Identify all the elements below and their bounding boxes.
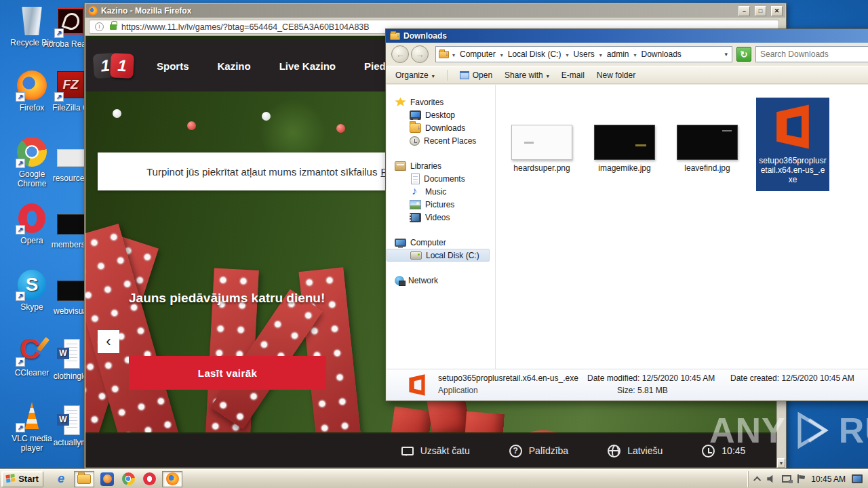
volume-icon[interactable]: [767, 475, 776, 483]
breadcrumb[interactable]: Computer Local Disk (C:) Users admin Dow…: [435, 46, 732, 62]
sidebar-item-desktop[interactable]: Desktop: [387, 108, 495, 121]
carousel-prev-button[interactable]: ‹: [98, 330, 119, 353]
taskbar-ie-button[interactable]: e: [53, 471, 69, 487]
sidebar-item-pictures[interactable]: Pictures: [387, 198, 495, 211]
sidebar-item-music[interactable]: Music: [387, 185, 495, 198]
breadcrumb-computer[interactable]: Computer: [457, 49, 498, 59]
sidebar-item-recent-places[interactable]: Recent Places: [387, 134, 495, 147]
details-file-type: Application: [438, 386, 478, 395]
refresh-button[interactable]: ↻: [736, 47, 751, 62]
taskbar-media-player-button[interactable]: [99, 471, 115, 487]
nav-link-live-kazino[interactable]: Live Kazino: [279, 60, 336, 72]
search-box[interactable]: [755, 46, 868, 62]
globe-icon: [608, 445, 620, 458]
garland-bulb-icon: [336, 124, 345, 133]
image-thumbnail: [677, 125, 738, 160]
show-hidden-icons-chevron[interactable]: [753, 476, 761, 483]
forward-button[interactable]: →: [411, 45, 429, 63]
libraries-icon: [395, 161, 406, 171]
breadcrumb-local-disk[interactable]: Local Disk (C:): [505, 49, 564, 59]
garland-bulb-icon: [262, 112, 271, 121]
file-setup-exe-selected[interactable]: setupo365proplusretail.x64.en-us_.exe: [756, 98, 829, 191]
sidebar-item-downloads[interactable]: Downloads: [387, 121, 495, 134]
taskbar: Start e 10:45 AM: [0, 469, 868, 488]
start-chat-label: Uzsākt čatu: [420, 445, 470, 456]
explorer-window: Downloads ← → Computer Local Disk (C:) U…: [385, 28, 868, 401]
start-button[interactable]: Start: [1, 471, 43, 487]
breadcrumb-separator-icon: [564, 49, 570, 59]
start-label: Start: [18, 474, 39, 484]
organize-button[interactable]: Organize: [395, 70, 435, 80]
downloads-folder-icon: [390, 33, 400, 40]
network-status-icon[interactable]: [782, 475, 791, 483]
address-folder-icon: [439, 51, 449, 58]
url-text[interactable]: https://www.11.lv/lv/games/?btag=654464_…: [121, 22, 370, 32]
maximize-button[interactable]: □: [755, 6, 766, 16]
action-center-flag-icon[interactable]: [797, 474, 805, 483]
folder-icon: [77, 474, 91, 484]
help-button[interactable]: ? Palīdzība: [509, 445, 568, 458]
explorer-window-title: Downloads: [403, 31, 447, 41]
sidebar-item-videos[interactable]: Videos: [387, 211, 495, 224]
explorer-main: Favorites Desktop Downloads Recent Place…: [387, 85, 868, 369]
open-button[interactable]: Open: [460, 70, 492, 80]
casino-logo-tile-2[interactable]: 1: [110, 53, 134, 79]
start-chat-button[interactable]: Uzsākt čatu: [401, 445, 470, 456]
sidebar-item-network[interactable]: Network: [387, 274, 495, 287]
open-icon: [460, 71, 469, 79]
garland-bulb-icon: [113, 109, 121, 118]
new-folder-button[interactable]: New folder: [597, 70, 635, 80]
sidebar-item-libraries[interactable]: Libraries: [387, 159, 495, 172]
read-more-button[interactable]: Lasīt vairāk: [129, 356, 326, 390]
file-name: heardsuper.png: [501, 163, 583, 173]
share-with-button[interactable]: Share with: [505, 70, 549, 80]
address-dropdown-icon[interactable]: ▾: [724, 51, 729, 58]
shortcut-arrow-icon: [54, 28, 64, 38]
sidebar-item-local-disk-c[interactable]: Local Disk (C:): [387, 249, 490, 262]
network-icon: [395, 276, 404, 285]
shortcut-arrow-icon: [16, 357, 25, 367]
explorer-titlebar[interactable]: Downloads: [386, 29, 868, 43]
language-label: Latviešu: [627, 445, 663, 456]
opera-icon: [143, 472, 156, 485]
breadcrumb-users[interactable]: Users: [570, 49, 597, 59]
taskbar-opera-button[interactable]: [141, 471, 157, 487]
scroll-down-button[interactable]: ▼: [777, 458, 785, 468]
file-heardsuper-png[interactable]: heardsuper.png: [501, 112, 583, 173]
firefox-titlebar[interactable]: Kazino - Mozilla Firefox – □ ✕: [85, 4, 785, 18]
details-date-created: Date created: 12/5/2020 10:45 AM: [730, 373, 854, 383]
taskbar-explorer-button[interactable]: [74, 471, 94, 487]
file-imagemike-jpg[interactable]: imagemike.jpg: [584, 112, 665, 173]
breadcrumb-admin[interactable]: admin: [604, 49, 632, 59]
navigation-pane: Favorites Desktop Downloads Recent Place…: [387, 85, 495, 369]
site-info-icon[interactable]: i: [95, 22, 104, 31]
red-bauble-decoration: [492, 430, 594, 432]
internet-explorer-icon: e: [58, 472, 64, 486]
explorer-address-bar: ← → Computer Local Disk (C:) Users admin…: [386, 43, 868, 66]
file-name: setupo365proplusretail.x64.en-us_.exe: [759, 157, 827, 184]
chat-icon: [401, 447, 414, 455]
firefox-icon: [166, 472, 179, 485]
shortcut-arrow-icon: [16, 291, 25, 301]
email-button[interactable]: E-mail: [561, 70, 585, 80]
taskbar-clock[interactable]: 10:45 AM: [811, 474, 846, 484]
nav-link-sports[interactable]: Sports: [157, 60, 189, 72]
search-input[interactable]: [756, 49, 868, 59]
language-selector[interactable]: Latviešu: [608, 445, 663, 458]
breadcrumb-downloads[interactable]: Downloads: [638, 49, 684, 59]
sidebar-item-computer[interactable]: Computer: [387, 236, 495, 249]
nav-link-kazino[interactable]: Kazino: [218, 60, 251, 72]
sidebar-item-favorites[interactable]: Favorites: [387, 96, 495, 108]
close-button[interactable]: ✕: [771, 6, 783, 16]
taskbar-firefox-button[interactable]: [162, 471, 182, 487]
file-leavefind-jpg[interactable]: leavefind.jpg: [667, 112, 748, 173]
back-button[interactable]: ←: [391, 45, 409, 63]
media-player-icon: [100, 472, 114, 486]
taskbar-chrome-button[interactable]: [120, 471, 136, 487]
documents-icon: [411, 174, 420, 184]
minimize-button[interactable]: –: [738, 6, 750, 16]
office-logo-icon: [404, 372, 430, 398]
show-desktop-button[interactable]: [852, 474, 863, 483]
sidebar-item-documents[interactable]: Documents: [387, 172, 495, 185]
windows-logo-icon: [6, 474, 16, 484]
